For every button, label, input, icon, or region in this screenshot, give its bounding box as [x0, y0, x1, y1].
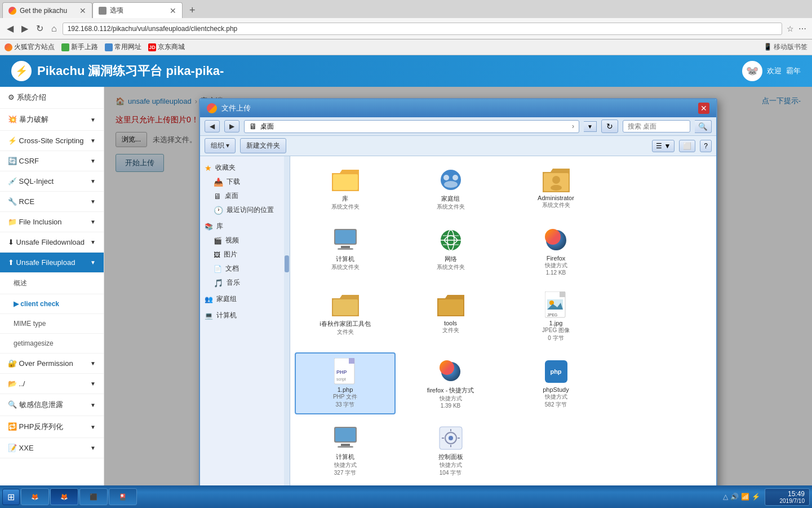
ds-item-recent[interactable]: 🕐 最近访问的位置 [200, 203, 290, 217]
page-wrapper: ⚡ Pikachu 漏洞练习平台 pika-pika- 🐭 欢迎 霸年 ⚙ 系统… [0, 55, 812, 485]
dialog-sidebar: ★ 收藏夹 📥 下载 🖥 桌面 [200, 156, 290, 485]
ds-item-desktop[interactable]: 🖥 桌面 [200, 189, 290, 203]
mobile-bookmarks[interactable]: 📱 移动版书签 [764, 42, 807, 52]
bookmark-newuser[interactable]: 新手上路 [61, 42, 98, 52]
new-folder-button[interactable]: 新建文件夹 [240, 138, 286, 153]
file-item-tools[interactable]: tools 文件夹 [400, 286, 501, 348]
file-item-network[interactable]: 网络 系统文件夹 [400, 221, 501, 281]
dialog-search-button[interactable]: 🔍 [695, 120, 712, 133]
clock-time: 15:49 [770, 490, 805, 498]
home-button[interactable]: ⌂ [49, 23, 59, 35]
dialog-forward-button[interactable]: ▶ [224, 120, 239, 132]
sidebar-item-dotdot[interactable]: 📂 ../ ▼ [0, 374, 104, 394]
sidebar-item-xss[interactable]: ⚡ Cross-Site Scripting ▼ [0, 131, 104, 151]
ds-item-download[interactable]: 📥 下载 [200, 175, 290, 189]
taskbar-clock[interactable]: 15:49 2019/7/10 [765, 488, 810, 506]
reload-button[interactable]: ↻ [34, 22, 46, 35]
chevron-fileinclusion: ▼ [90, 219, 96, 225]
more-button[interactable]: ⋯ [797, 23, 807, 34]
phpstudy-icon-area: php [540, 358, 572, 385]
svg-point-4 [452, 175, 458, 180]
file-item-computer[interactable]: 计算机 系统文件夹 [295, 221, 396, 281]
star-button[interactable]: ☆ [786, 23, 795, 34]
file-item-control-panel[interactable]: 控制面板 快捷方式 104 字节 [400, 419, 501, 483]
file-size-php: 33 字节 [336, 401, 355, 409]
ds-item-docs[interactable]: 📄 文档 [200, 262, 290, 276]
sidebar-item-sql[interactable]: 💉 SQL-Inject ▼ [0, 171, 104, 192]
back-button[interactable]: ◀ [5, 22, 16, 35]
dialog-search-input[interactable] [623, 120, 690, 132]
file-name-computer-shortcut: 计算机 [336, 453, 354, 461]
ds-item-pictures[interactable]: 🖼 图片 [200, 248, 290, 262]
taskbar-item-4[interactable]: 🎴 [109, 488, 137, 505]
sidebar-item-fileupload[interactable]: ⬆ Unsafe Fileupload ▼ [0, 253, 104, 273]
sidebar-item-getimagesize[interactable]: getimagesize [0, 334, 104, 354]
dialog-refresh-button[interactable]: ↻ [601, 120, 618, 133]
help-button[interactable]: ? [700, 140, 712, 152]
file-item-toolpack[interactable]: i春秋作家团工具包 文件夹 [295, 286, 396, 348]
bookmark-icon-fox [5, 43, 12, 51]
sidebar-item-xxe[interactable]: 📝 XXE ▼ [0, 438, 104, 458]
new-tab-button[interactable]: + [186, 5, 199, 16]
file-item-firefox[interactable]: Firefox 快捷方式 1.12 KB [505, 221, 606, 281]
files-grid: 库 系统文件夹 [295, 161, 712, 483]
file-item-phpstudy[interactable]: php phpStudy 快捷方式 582 字节 [505, 352, 606, 414]
tab-get-pikachu[interactable]: Get the pikachu ✕ [2, 2, 92, 18]
organize-button[interactable]: 组织 ▾ [205, 138, 236, 153]
sidebar-item-csrf[interactable]: 🔄 CSRF ▼ [0, 151, 104, 171]
view-button[interactable]: ☰ ▼ [652, 140, 675, 152]
sidebar-item-overview[interactable]: 概述 [0, 273, 104, 294]
sidebar-item-mimetype[interactable]: MIME type [0, 314, 104, 334]
sidebar-item-fileinclusion[interactable]: 📁 File Inclusion ▼ [0, 212, 104, 232]
ds-computer-header[interactable]: 💻 计算机 [200, 308, 290, 323]
site-header: ⚡ Pikachu 漏洞练习平台 pika-pika- 🐭 欢迎 霸年 [0, 55, 812, 87]
sidebar-item-overperm[interactable]: 🔐 Over Permission ▼ [0, 354, 104, 374]
tab-close-2[interactable]: ✕ [170, 7, 176, 15]
sidebar-item-filedownload[interactable]: ⬇ Unsafe Filedownload ▼ [0, 232, 104, 253]
address-input[interactable] [63, 23, 782, 35]
svg-text:script: script [336, 377, 346, 382]
ds-favorites-header[interactable]: ★ 收藏夹 [200, 161, 290, 175]
file-item-firefox-shortcut[interactable]: firefox - 快捷方式 快捷方式 1.39 KB [400, 352, 501, 414]
tab-options[interactable]: 选项 ✕ [92, 2, 183, 18]
dialog-back-button[interactable]: ◀ [205, 120, 220, 132]
ds-library-header[interactable]: 📚 库 [200, 219, 290, 233]
location-dropdown-button[interactable]: ▼ [584, 121, 597, 132]
sidebar-item-sensitive[interactable]: 🔍 敏感信息泄露 ▼ [0, 394, 104, 416]
sidebar-item-clientcheck[interactable]: ▶ client check [0, 294, 104, 314]
file-item-library[interactable]: 库 系统文件夹 [295, 161, 396, 217]
file-name-toolpack: i春秋作家团工具包 [320, 320, 370, 328]
homegroup-icon: 👥 [205, 295, 213, 303]
sidebar-item-brute[interactable]: 💥 暴力破解 ▼ [0, 109, 104, 131]
ds-item-music[interactable]: 🎵 音乐 [200, 276, 290, 290]
dialog-close-button[interactable]: ✕ [698, 103, 709, 114]
bookmark-jd[interactable]: JD 京东商城 [148, 42, 185, 52]
file-item-php[interactable]: PHP script 1.php PHP 文件 33 字节 [295, 352, 396, 414]
sidebar-item-rce[interactable]: 🔧 RCE ▼ [0, 192, 104, 212]
taskbar-item-3[interactable]: ⬛ [79, 488, 108, 505]
user-info: 🐭 欢迎 霸年 [742, 61, 801, 81]
chevron-xxe: ▼ [90, 445, 96, 451]
ds-item-video[interactable]: 🎬 视频 [200, 233, 290, 248]
bookmark-firefox[interactable]: 火狐官方站点 [5, 42, 55, 52]
file-item-homegroup[interactable]: 家庭组 系统文件夹 [400, 161, 501, 217]
sidebar-label-overview: 概述 [14, 279, 27, 288]
new-folder-label: 新建文件夹 [246, 142, 280, 149]
file-item-computer-shortcut[interactable]: 计算机 快捷方式 327 字节 [295, 419, 396, 483]
taskbar-item-2[interactable]: 🦊 [50, 488, 78, 505]
sidebar-label-csrf: 🔄 CSRF [8, 157, 39, 165]
start-button[interactable]: ⊞ [2, 489, 20, 505]
file-item-administrator[interactable]: Administrator 系统文件夹 [505, 161, 606, 217]
tab-close-1[interactable]: ✕ [79, 7, 86, 15]
sidebar-label-phpserial: 🔁 PHP反序列化 [8, 422, 63, 432]
preview-button[interactable]: ⬜ [679, 140, 695, 152]
sidebar-item-intro[interactable]: ⚙ 系统介绍 [0, 87, 104, 109]
file-item-jpg[interactable]: JPEG 1.jpg JPEG 图像 0 字节 [505, 286, 606, 348]
ds-homegroup-header[interactable]: 👥 家庭组 [200, 292, 290, 306]
bookmark-common[interactable]: 常用网址 [105, 42, 141, 52]
sidebar-scrollbar[interactable] [284, 156, 290, 485]
forward-button[interactable]: ▶ [19, 22, 30, 35]
administrator-svg [543, 167, 570, 192]
sidebar-item-phpserial[interactable]: 🔁 PHP反序列化 ▼ [0, 416, 104, 438]
taskbar-item-1[interactable]: 🦊 [21, 488, 49, 505]
